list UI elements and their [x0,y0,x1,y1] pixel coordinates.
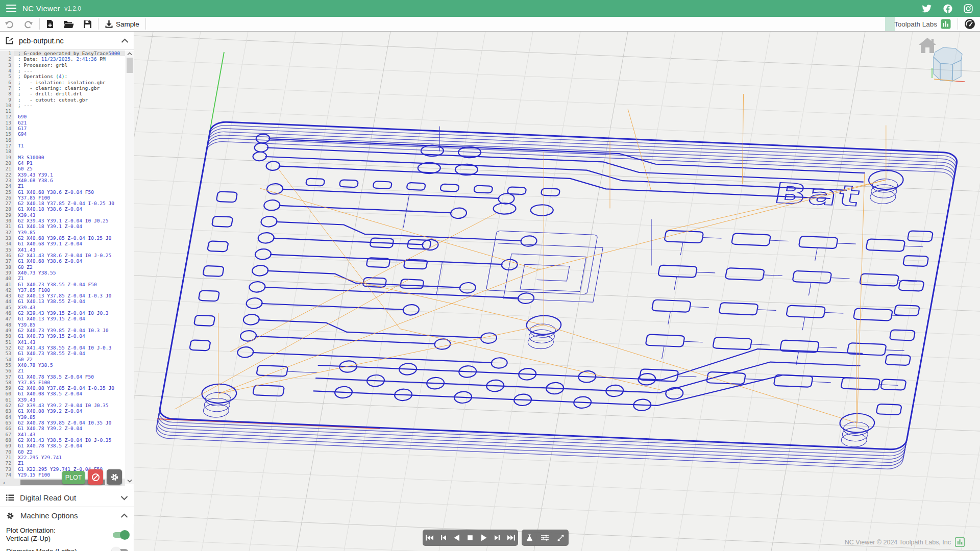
step-back-button[interactable] [437,532,449,544]
new-file-button[interactable] [41,17,59,31]
toolpath-labs-link[interactable]: Toolpath Labs [889,17,956,31]
menu-hamburger-icon[interactable] [0,0,20,17]
collapse-editor-chevron-icon[interactable] [121,38,129,43]
scrollbar-thumb[interactable] [127,58,133,73]
gcode-line[interactable]: 60G1 X40.08 Y38.5 Z-0.04 [0,391,125,396]
gcode-line[interactable]: 37G1 X40.68 Y38.6 Z-0.04 [0,258,125,264]
gcode-line[interactable]: 48Y39.85 [0,322,125,328]
gcode-line[interactable]: 58Y37.85 F100 [0,380,125,385]
gcode-line[interactable]: 69G1 X40.78 Y38.5 Z-0.04 [0,443,125,448]
gcode-line[interactable]: 29X39.43 [0,212,125,218]
edit-file-icon[interactable] [5,36,14,45]
gcode-line[interactable]: 8; - drill: drill.drl [0,91,125,96]
gcode-line[interactable]: 72Z1 [0,460,125,466]
gcode-line[interactable]: 56Z1 [0,368,125,373]
gcode-line[interactable]: 67X41.43 [0,432,125,437]
gcode-line[interactable]: 51X41.43 [0,339,125,345]
gcode-line[interactable]: 23X40.68 Y38.6 [0,178,125,183]
gcode-line[interactable]: 18 [0,148,125,154]
stop-button[interactable] [464,532,476,544]
gcode-line[interactable]: 40Z1 [0,276,125,281]
gcode-line[interactable]: 10; --- [0,103,125,108]
toolpath-scene[interactable]: Bat [134,32,980,551]
gcode-line[interactable]: 47G1 X40.13 Y39.15 Z-0.04 [0,316,125,321]
gcode-line[interactable]: 49G2 X40.73 Y39.85 Z-0.04 I0.3 J0 [0,328,125,333]
stop-plot-button[interactable] [88,469,103,485]
gcode-line[interactable]: 59G2 X40.08 Y37.85 Z-0.04 I-0.35 J0 [0,385,125,391]
gcode-line[interactable]: 45X39.43 [0,305,125,310]
gcode-line[interactable]: 43G2 X40.13 Y37.85 Z-0.04 I-0.3 J0 [0,293,125,298]
redo-button[interactable] [19,17,38,31]
gcode-line[interactable]: 64Y39.85 [0,414,125,420]
diameter-mode-toggle[interactable] [113,549,128,551]
display-settings-icon[interactable] [539,532,551,544]
play-reverse-button[interactable] [451,532,463,544]
gcode-line[interactable]: 63G1 X40.08 Y39.2 Z-0.04 [0,408,125,414]
gcode-line[interactable]: 33G2 X40.68 Y39.85 Z-0.04 I0.25 J0 [0,235,125,241]
skip-to-start-button[interactable] [423,532,435,544]
gcode-line[interactable]: 52G2 X41.43 Y38.55 Z-0.04 I0 J-0.3 [0,345,125,350]
gcode-line[interactable]: 12G90 [0,114,125,119]
facebook-icon[interactable] [943,4,952,13]
gcode-line[interactable]: 68G2 X41.43 Y38.5 Z-0.04 I0 J-0.35 [0,437,125,443]
gcode-line[interactable]: 39X40.73 Y38.55 [0,270,125,276]
twitter-icon[interactable] [922,5,932,13]
gcode-line[interactable]: 32Y39.85 [0,230,125,235]
plot-orientation-toggle[interactable] [113,532,128,538]
gcode-line[interactable]: 35X41.43 [0,247,125,253]
gcode-line[interactable]: 38G0 Z2 [0,264,125,270]
gcode-line[interactable]: 61X39.43 [0,397,125,403]
scroll-left-icon[interactable]: ‹ [0,480,8,486]
gcode-line[interactable]: 54G0 Z2 [0,357,125,362]
viewport-3d[interactable]: Bat [134,32,980,551]
undo-button[interactable] [0,17,19,31]
gcode-editor[interactable]: 1; G-code generated by EasyTrace50002; D… [0,51,125,484]
gcode-line[interactable]: 20G4 P1 [0,160,125,166]
gcode-line[interactable]: 2; Date: 11/23/2025, 2:41:36 PM [0,56,125,62]
gcode-line[interactable]: 66G1 X40.78 Y39.2 Z-0.04 [0,425,125,431]
gcode-line[interactable]: 22X39.43 Y39.1 [0,172,125,178]
skip-to-end-button[interactable] [505,532,518,544]
gcode-line[interactable]: 50G1 X40.73 Y39.15 Z-0.04 [0,333,125,339]
machine-options-section[interactable]: Machine Options [0,507,134,524]
gcode-line[interactable]: 13G21 [0,120,125,126]
step-forward-button[interactable] [492,532,504,544]
gcode-line[interactable]: 42Y37.85 F100 [0,287,125,293]
gcode-line[interactable]: 11 [0,108,125,114]
editor-vertical-scrollbar[interactable] [125,51,134,484]
gcode-line[interactable]: 14G17 [0,126,125,131]
gcode-line[interactable]: 21G0 Z5 [0,166,125,171]
gcode-line[interactable]: 27G2 X40.18 Y37.85 Z-0.04 I-0.25 J0 [0,201,125,206]
gcode-line[interactable]: 30G2 X39.43 Y39.1 Z-0.04 I0 J0.25 [0,218,125,223]
gcode-line[interactable]: 65G2 X40.78 Y39.85 Z-0.04 I0.35 J0 [0,420,125,425]
instagram-icon[interactable] [964,4,973,13]
gcode-line[interactable]: 19M3 S10000 [0,155,125,160]
gcode-line[interactable]: 6; - isolation: isolation.gbr [0,80,125,85]
save-file-button[interactable] [79,17,96,31]
home-view-button[interactable] [918,37,937,54]
scroll-down-icon[interactable] [127,479,132,483]
fullscreen-icon[interactable] [555,532,567,544]
sample-button[interactable]: Sample [100,17,144,31]
gcode-line[interactable]: 17T1 [0,143,125,148]
gcode-line[interactable]: 24Z1 [0,183,125,189]
gcode-line[interactable]: 25G1 X40.68 Y38.6 Z-0.04 F50 [0,189,125,195]
scroll-up-icon[interactable] [127,52,132,56]
gcode-line[interactable]: 41G1 X40.73 Y38.55 Z-0.04 F50 [0,282,125,287]
gcode-line[interactable]: 31G1 X40.18 Y39.1 Z-0.04 [0,223,125,229]
open-file-button[interactable] [59,17,79,31]
gcode-line[interactable]: 36G2 X41.43 Y38.6 Z-0.04 I0 J-0.25 [0,253,125,258]
performance-gauge-button[interactable] [960,17,980,31]
play-button[interactable] [478,532,490,544]
gcode-line[interactable]: 55X40.78 Y38.5 [0,362,125,368]
gcode-line[interactable]: 70G0 Z2 [0,449,125,455]
gcode-line[interactable]: 4; --- [0,68,125,73]
gcode-line[interactable]: 53G1 X40.73 Y38.55 Z-0.04 [0,350,125,356]
gcode-line[interactable]: 62G2 X39.43 Y39.2 Z-0.04 I0 J0.35 [0,403,125,408]
gcode-line[interactable]: 71X22.295 Y29.741 [0,455,125,460]
gcode-line[interactable]: 9; - cutout: cutout.gbr [0,97,125,103]
gcode-line[interactable]: 46G2 X39.43 Y39.15 Z-0.04 I0 J0.3 [0,310,125,316]
gcode-line[interactable]: 1; G-code generated by EasyTrace5000 [0,51,125,56]
gcode-line[interactable]: 34G1 X40.68 Y39.1 Z-0.04 [0,241,125,246]
gcode-line[interactable]: 26Y37.85 F100 [0,195,125,201]
